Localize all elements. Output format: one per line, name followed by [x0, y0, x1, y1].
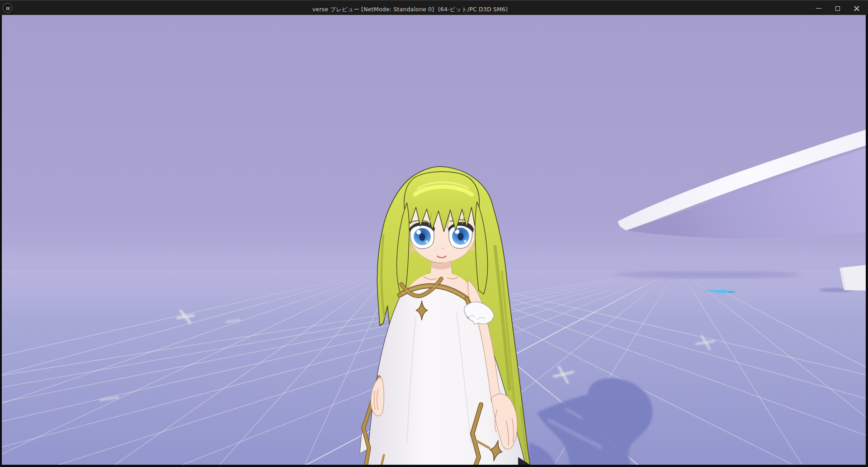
disc-floor-shadow	[615, 271, 800, 278]
unreal-engine-logo-icon[interactable]: u	[3, 3, 12, 13]
scene-render	[2, 15, 866, 465]
game-preview-viewport[interactable]	[2, 15, 866, 465]
nose	[442, 248, 444, 249]
maximize-icon	[835, 6, 840, 11]
minimize-button[interactable]	[809, 1, 828, 16]
window-controls: ×	[809, 1, 866, 16]
close-icon: ×	[853, 4, 861, 13]
maximize-button[interactable]	[828, 1, 847, 16]
window-title: verse プレビュー [NetMode: Standalone 0] (64-…	[312, 1, 508, 16]
close-button[interactable]: ×	[847, 1, 866, 16]
unreal-logo-glyph: u	[5, 5, 9, 11]
minimize-icon	[816, 8, 821, 9]
app-window: { "window": { "title": "verse プレビュー [Net…	[0, 0, 868, 467]
window-titlebar: u verse プレビュー [NetMode: Standalone 0] (6…	[0, 0, 868, 15]
